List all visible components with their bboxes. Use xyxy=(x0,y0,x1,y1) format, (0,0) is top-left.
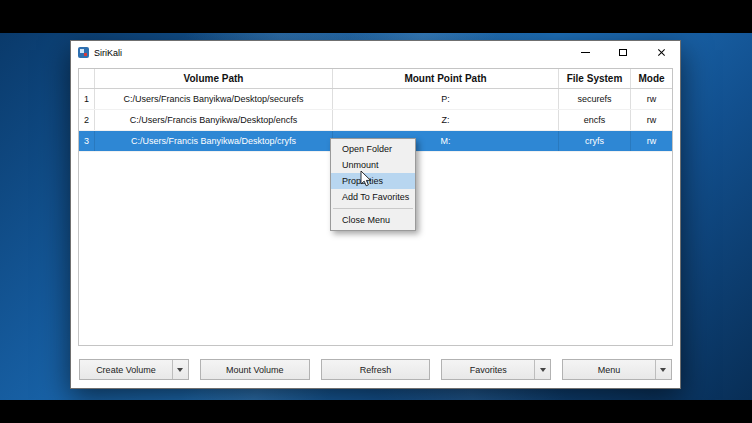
header-mode[interactable]: Mode xyxy=(631,69,672,88)
window-controls xyxy=(566,41,680,64)
maximize-icon xyxy=(619,49,627,56)
close-button[interactable] xyxy=(642,41,680,64)
row-mode: rw xyxy=(631,110,672,130)
row-file-system: encfs xyxy=(559,110,631,130)
row-mode: rw xyxy=(631,131,672,151)
menu-label: Menu xyxy=(563,365,655,375)
header-file-system[interactable]: File System xyxy=(559,69,631,88)
row-mount-point: Z: xyxy=(333,110,559,130)
menu-item-unmount[interactable]: Unmount xyxy=(331,157,415,173)
mount-volume-button[interactable]: Mount Volume xyxy=(200,359,310,380)
minimize-icon xyxy=(581,52,590,53)
row-volume-path: C:/Users/Francis Banyikwa/Desktop/cryfs xyxy=(95,131,333,151)
refresh-button[interactable]: Refresh xyxy=(321,359,431,380)
table-row-1[interactable]: 1 C:/Users/Francis Banyikwa/Desktop/secu… xyxy=(79,89,672,110)
row-file-system: cryfs xyxy=(559,131,631,151)
menu-item-properties[interactable]: Properties xyxy=(331,173,415,189)
screenshot-root: SiriKali Volume Path Mount Point Path Fi… xyxy=(0,0,752,423)
favorites-label: Favorites xyxy=(442,365,534,375)
row-mount-point: P: xyxy=(333,89,559,109)
chevron-down-icon xyxy=(177,368,183,372)
menu-button[interactable]: Menu xyxy=(562,359,672,380)
row-volume-path: C:/Users/Francis Banyikwa/Desktop/secure… xyxy=(95,89,333,109)
close-icon xyxy=(657,48,666,57)
context-menu: Open Folder Unmount Properties Add To Fa… xyxy=(330,138,416,231)
bottom-toolbar: Create Volume Mount Volume Refresh Favor… xyxy=(79,359,672,380)
row-number: 3 xyxy=(79,131,95,151)
row-mode: rw xyxy=(631,89,672,109)
table-header-row: Volume Path Mount Point Path File System… xyxy=(79,69,672,89)
menu-dropdown[interactable] xyxy=(655,360,671,379)
menu-item-close-menu[interactable]: Close Menu xyxy=(331,212,415,228)
refresh-label: Refresh xyxy=(322,365,430,375)
create-volume-label: Create Volume xyxy=(80,365,172,375)
titlebar[interactable]: SiriKali xyxy=(71,41,680,64)
create-volume-button[interactable]: Create Volume xyxy=(79,359,189,380)
favorites-dropdown[interactable] xyxy=(534,360,550,379)
sirikali-app-icon xyxy=(78,47,89,58)
chevron-down-icon xyxy=(540,368,546,372)
header-volume-path[interactable]: Volume Path xyxy=(95,69,333,88)
favorites-button[interactable]: Favorites xyxy=(441,359,551,380)
create-volume-dropdown[interactable] xyxy=(172,360,188,379)
mount-volume-label: Mount Volume xyxy=(201,365,309,375)
table-row-2[interactable]: 2 C:/Users/Francis Banyikwa/Desktop/encf… xyxy=(79,110,672,131)
letterbox-bottom xyxy=(0,400,752,423)
menu-separator xyxy=(333,208,413,209)
header-mount-point-path[interactable]: Mount Point Path xyxy=(333,69,559,88)
minimize-button[interactable] xyxy=(566,41,604,64)
row-volume-path: C:/Users/Francis Banyikwa/Desktop/encfs xyxy=(95,110,333,130)
header-corner xyxy=(79,69,95,88)
row-number: 1 xyxy=(79,89,95,109)
maximize-button[interactable] xyxy=(604,41,642,64)
letterbox-top xyxy=(0,0,752,33)
menu-item-open-folder[interactable]: Open Folder xyxy=(331,141,415,157)
menu-item-add-to-favorites[interactable]: Add To Favorites xyxy=(331,189,415,205)
row-file-system: securefs xyxy=(559,89,631,109)
window-title: SiriKali xyxy=(94,48,122,58)
chevron-down-icon xyxy=(660,368,666,372)
row-number: 2 xyxy=(79,110,95,130)
